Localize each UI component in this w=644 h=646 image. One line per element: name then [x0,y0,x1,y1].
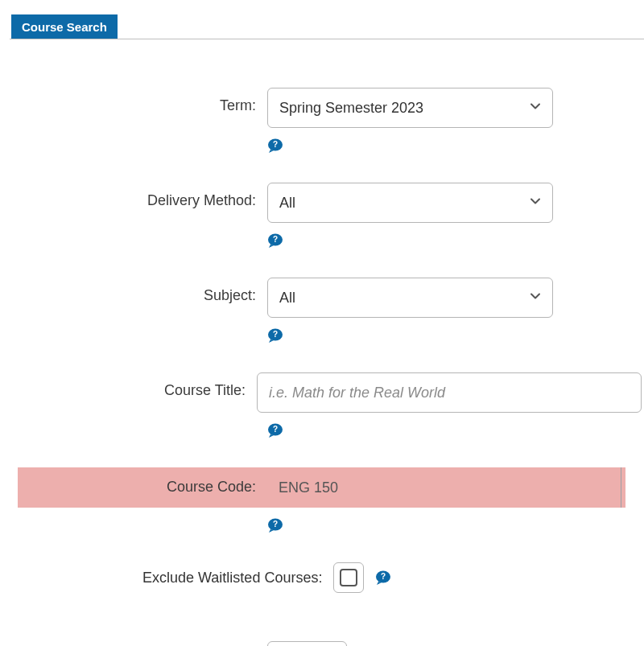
label-exclude-waitlisted: Exclude Waitlisted Courses: [142,570,322,586]
svg-text:?: ? [273,140,278,149]
tab-course-search[interactable]: Course Search [11,14,118,39]
help-icon[interactable]: ? [267,328,283,343]
tab-divider [10,39,644,39]
help-icon[interactable]: ? [267,518,283,533]
course-code-highlight: Course Code: [18,467,625,508]
label-term: Term: [142,88,267,114]
exclude-waitlisted-checkbox[interactable] [333,562,364,593]
course-title-input[interactable] [257,372,642,413]
label-course-code: Course Code: [142,467,267,496]
svg-text:?: ? [273,330,278,339]
help-icon[interactable]: ? [375,570,391,585]
subject-select[interactable] [267,278,553,318]
svg-text:?: ? [273,235,278,244]
svg-text:?: ? [381,572,386,581]
help-icon[interactable]: ? [267,138,283,153]
svg-text:?: ? [273,520,278,529]
help-icon[interactable]: ? [267,233,283,248]
label-subject: Subject: [142,278,267,304]
label-delivery: Delivery Method: [142,183,267,209]
course-code-input[interactable] [267,467,621,508]
help-icon[interactable]: ? [267,423,283,438]
label-course-title: Course Title: [142,372,257,399]
term-select[interactable] [267,88,553,128]
form-area: Term: ? Delivery Method: [142,88,642,646]
checkbox-empty-icon [340,569,357,586]
search-button[interactable]: Search [267,641,347,646]
delivery-select[interactable] [267,183,553,223]
svg-text:?: ? [273,425,278,434]
